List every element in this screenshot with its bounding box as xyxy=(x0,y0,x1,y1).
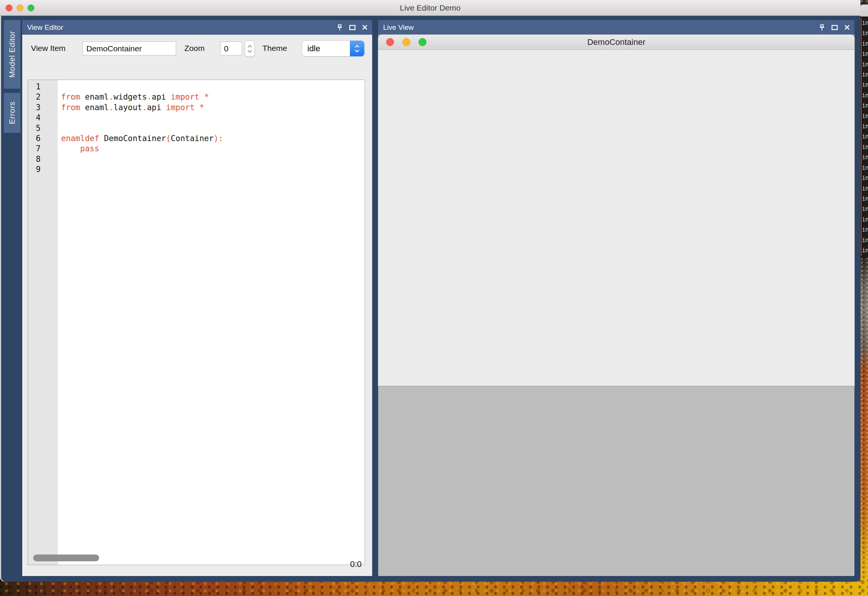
chevron-up-icon xyxy=(247,45,252,48)
pin-icon[interactable] xyxy=(819,24,825,31)
live-view-content: DemoContainer xyxy=(378,35,854,576)
cursor-position-status: 0:0 xyxy=(350,559,362,569)
window-title: Live Editor Demo xyxy=(0,0,860,16)
view-item-label: View Item xyxy=(31,44,66,53)
line-number-gutter: 123456789 xyxy=(28,80,58,565)
theme-dropdown-cap xyxy=(350,41,364,56)
theme-dropdown[interactable]: idle xyxy=(302,40,365,57)
live-view-title: Live View xyxy=(383,23,414,31)
zoom-label: Zoom xyxy=(184,44,205,53)
app-window: Live Editor Demo Model Editor Errors Vie… xyxy=(0,0,860,582)
sidebar-tab-model-editor[interactable]: Model Editor xyxy=(4,20,20,89)
close-icon[interactable] xyxy=(362,25,368,30)
view-editor-titlebar[interactable]: View Editor xyxy=(22,20,372,35)
float-icon[interactable] xyxy=(831,25,838,30)
view-editor-content: View Item Zoom Theme idle xyxy=(22,35,372,576)
chevron-down-icon xyxy=(247,50,252,53)
window-body: Model Editor Errors View Editor View Ite… xyxy=(0,16,860,582)
live-view-panel: Live View DemoContainer xyxy=(378,20,854,576)
sidebar-tab-errors[interactable]: Errors xyxy=(4,93,20,133)
code-text[interactable]: from enaml.widgets.api import *from enam… xyxy=(61,82,363,175)
demo-container-title: DemoContainer xyxy=(378,35,854,50)
sidebar-tab-errors-label: Errors xyxy=(8,101,17,124)
pin-icon[interactable] xyxy=(337,24,343,31)
background-window-titlebar xyxy=(860,5,868,17)
background-window-sliver: ingingingingingingingingingingingingingi… xyxy=(860,5,868,258)
demo-container-content xyxy=(378,50,854,386)
live-view-titlebar[interactable]: Live View xyxy=(378,20,854,35)
view-editor-title: View Editor xyxy=(27,23,63,31)
demo-container-titlebar[interactable]: DemoContainer xyxy=(378,35,854,50)
chevron-down-icon xyxy=(354,49,360,52)
float-icon[interactable] xyxy=(349,25,356,30)
view-item-input[interactable] xyxy=(83,41,176,55)
theme-dropdown-value: idle xyxy=(307,41,320,56)
code-editor[interactable]: 123456789 from enaml.widgets.api import … xyxy=(28,80,365,565)
background-window-text-lines: ingingingingingingingingingingingingingi… xyxy=(860,17,868,256)
theme-label: Theme xyxy=(262,44,287,53)
editor-toolbar: View Item Zoom Theme idle xyxy=(22,35,372,65)
horizontal-scrollbar-thumb[interactable] xyxy=(33,555,99,561)
sidebar-tab-model-editor-label: Model Editor xyxy=(8,31,17,78)
chevron-up-icon xyxy=(354,45,360,48)
zoom-input[interactable] xyxy=(220,41,242,55)
demo-container-window: DemoContainer xyxy=(378,35,854,386)
zoom-stepper[interactable] xyxy=(245,40,255,57)
close-icon[interactable] xyxy=(844,25,850,30)
window-titlebar: Live Editor Demo xyxy=(0,0,860,16)
view-editor-panel: View Editor View Item Zoom xyxy=(22,20,372,576)
